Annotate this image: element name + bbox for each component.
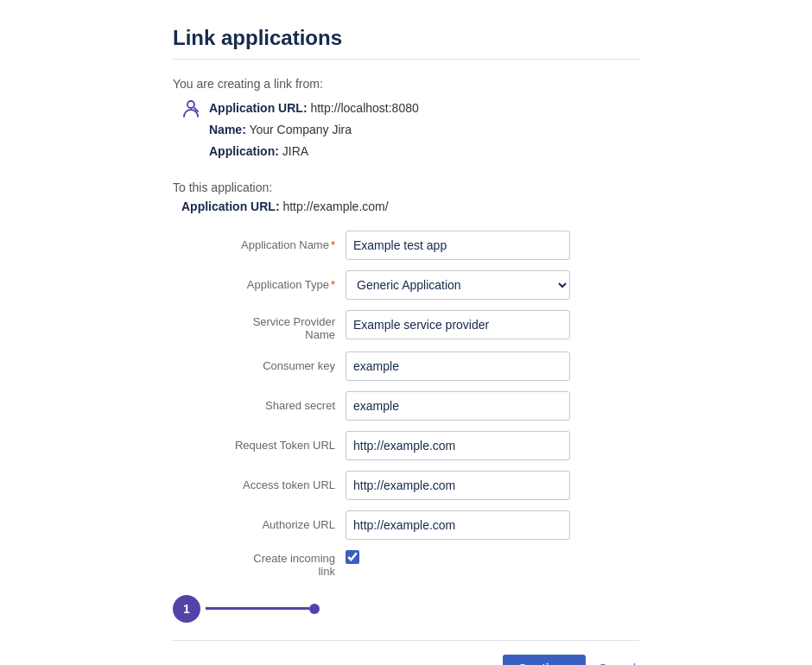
app-name-label: Application Name* xyxy=(173,238,346,251)
source-name-value: Your Company Jira xyxy=(249,123,352,136)
footer-row: Continue Cancel xyxy=(173,655,639,665)
shared-secret-row: Shared secret xyxy=(173,391,639,421)
source-app-value: JIRA xyxy=(282,144,308,158)
consumer-key-input[interactable] xyxy=(346,352,570,381)
access-token-url-label: Access token URL xyxy=(173,478,346,491)
shared-secret-input[interactable] xyxy=(346,391,570,421)
create-incoming-checkbox[interactable] xyxy=(346,550,359,564)
create-incoming-checkbox-container xyxy=(346,550,359,564)
authorize-url-input[interactable] xyxy=(346,510,570,540)
source-name-row: Name: Your Company Jira xyxy=(209,119,419,141)
content-box: Link applications You are creating a lin… xyxy=(173,26,639,665)
authorize-url-row: Authorize URL xyxy=(173,510,639,540)
continue-button[interactable]: Continue xyxy=(503,655,587,665)
create-incoming-row: Create incoming link xyxy=(173,550,639,578)
cancel-button[interactable]: Cancel xyxy=(594,655,639,665)
app-type-select[interactable]: Generic Application Jira Confluence Othe… xyxy=(346,270,570,300)
request-token-url-label: Request Token URL xyxy=(173,439,346,452)
form-section: Application Name* Application Type* Gene… xyxy=(173,231,639,578)
request-token-url-input[interactable] xyxy=(346,431,570,460)
app-link-icon xyxy=(181,99,200,123)
page-title: Link applications xyxy=(173,26,639,50)
consumer-key-row: Consumer key xyxy=(173,352,639,381)
page-container: Link applications You are creating a lin… xyxy=(0,0,812,665)
dest-url-value: http://example.com/ xyxy=(282,200,388,213)
source-url-value: http://localhost:8080 xyxy=(310,101,418,115)
to-section: To this application: Application URL: ht… xyxy=(173,180,639,213)
source-name-label: Name: xyxy=(209,123,246,136)
authorize-url-label: Authorize URL xyxy=(173,518,346,531)
source-app-label: Application: xyxy=(209,144,279,158)
app-name-row: Application Name* xyxy=(173,231,639,260)
source-app-row: Application: JIRA xyxy=(209,141,419,162)
top-divider xyxy=(173,59,639,60)
source-app-block: Application URL: http://localhost:8080 N… xyxy=(181,98,639,163)
bottom-divider xyxy=(173,640,639,641)
creating-from-section: You are creating a link from: Applicatio… xyxy=(173,77,639,163)
create-incoming-label: Create incoming link xyxy=(173,550,346,578)
destination-url-row: Application URL: http://example.com/ xyxy=(181,200,639,213)
to-label: To this application: xyxy=(173,180,639,194)
step-badge: 1 xyxy=(173,595,200,623)
dest-url-label: Application URL: xyxy=(181,200,280,213)
app-type-row: Application Type* Generic Application Ji… xyxy=(173,270,639,300)
access-token-url-row: Access token URL xyxy=(173,471,639,500)
access-token-url-input[interactable] xyxy=(346,471,570,500)
service-provider-input[interactable] xyxy=(346,310,570,339)
app-type-required: * xyxy=(331,278,335,291)
service-provider-label: Service Provider Name xyxy=(173,310,346,341)
consumer-key-label: Consumer key xyxy=(173,359,346,372)
shared-secret-label: Shared secret xyxy=(173,399,346,412)
service-provider-row: Service Provider Name xyxy=(173,310,639,341)
app-type-label: Application Type* xyxy=(173,278,346,291)
source-url-label: Application URL: xyxy=(209,101,308,115)
creating-from-label: You are creating a link from: xyxy=(173,77,639,91)
svg-point-0 xyxy=(187,101,194,108)
app-name-input[interactable] xyxy=(346,231,570,260)
source-app-details: Application URL: http://localhost:8080 N… xyxy=(209,98,419,163)
step-indicator-row: 1 xyxy=(173,595,639,623)
request-token-url-row: Request Token URL xyxy=(173,431,639,460)
source-url-row: Application URL: http://localhost:8080 xyxy=(209,98,419,119)
app-name-required: * xyxy=(331,238,335,251)
step-dot xyxy=(309,604,320,614)
step-progress-line xyxy=(206,607,309,610)
